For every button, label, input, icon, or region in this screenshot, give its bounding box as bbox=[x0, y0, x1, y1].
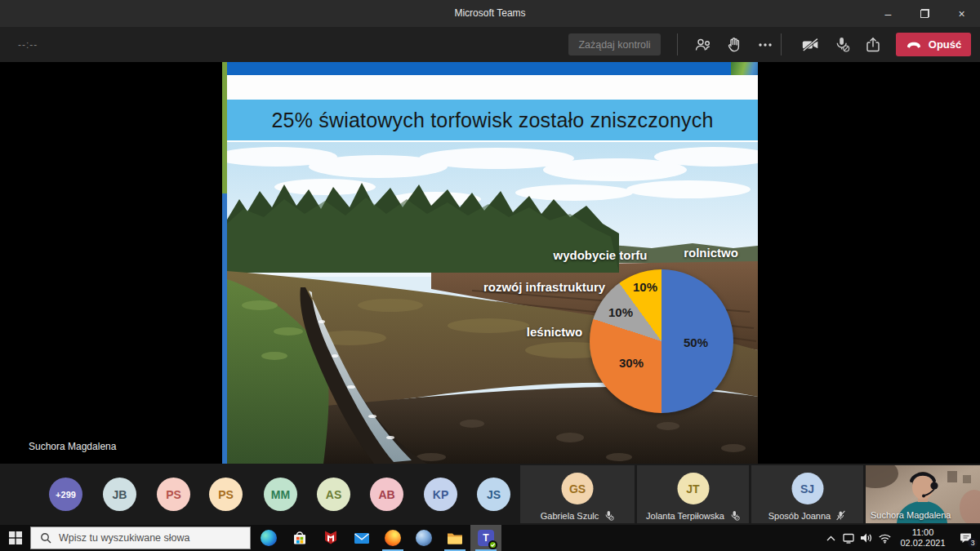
tray-time: 11:00 bbox=[893, 527, 952, 538]
taskbar-teams-button[interactable]: T bbox=[470, 525, 501, 551]
participant-avatar[interactable]: PS bbox=[157, 478, 190, 511]
taskbar-mcafee-button[interactable] bbox=[315, 525, 346, 551]
camera-toggle-button[interactable] bbox=[801, 35, 821, 55]
taskbar-file-explorer-button[interactable] bbox=[439, 525, 470, 551]
mic-muted-icon bbox=[604, 510, 614, 521]
pie-label-rozwoj-infrastruktury: rozwój infrastruktury bbox=[469, 280, 620, 294]
firefox-icon bbox=[385, 530, 401, 546]
participant-avatar[interactable]: KP bbox=[424, 478, 457, 511]
tray-speaker-icon[interactable] bbox=[858, 525, 875, 551]
mic-toggle-button[interactable] bbox=[832, 35, 852, 55]
avatar: SJ bbox=[791, 473, 823, 504]
participant-avatar[interactable]: AS bbox=[317, 478, 350, 511]
participant-avatar[interactable]: AB bbox=[370, 478, 403, 511]
search-icon bbox=[40, 532, 51, 544]
notification-count-badge: 3 bbox=[968, 538, 978, 548]
taskbar-clock[interactable]: 11:00 02.02.2021 bbox=[893, 527, 952, 549]
mail-icon bbox=[354, 531, 370, 544]
teams-meeting-window: Microsoft Teams – × --:-- Zażądaj kontro… bbox=[0, 0, 980, 551]
pie-value-rolnictwo: 50% bbox=[675, 335, 716, 349]
mcafee-shield-icon bbox=[323, 530, 339, 546]
participant-avatar[interactable]: JS bbox=[477, 478, 510, 511]
toolbar-divider bbox=[677, 33, 678, 56]
window-titlebar: Microsoft Teams – × bbox=[0, 0, 980, 27]
taskbar-edge-button[interactable] bbox=[253, 525, 284, 551]
hangup-phone-icon bbox=[906, 40, 922, 49]
microsoft-store-icon bbox=[292, 530, 308, 546]
restore-button[interactable] bbox=[906, 0, 943, 27]
taskbar-store-button[interactable] bbox=[284, 525, 315, 551]
participant-avatar[interactable]: JB bbox=[103, 478, 136, 511]
screen-share-stage: 25% światowych torfowisk zostało zniszcz… bbox=[0, 62, 980, 464]
pie-value-torf: 10% bbox=[625, 280, 666, 294]
share-screen-icon bbox=[864, 36, 882, 54]
edge-icon bbox=[261, 530, 277, 546]
participant-tile-jolanta-terpilowska[interactable]: JT Jolanta Terpiłowska bbox=[637, 465, 749, 523]
taskbar-apps: T bbox=[253, 525, 501, 551]
close-button[interactable]: × bbox=[943, 0, 980, 27]
meeting-toolbar: --:-- Zażądaj kontroli bbox=[0, 27, 980, 62]
peatland-photo: wydobycie torfu rolnictwo rozwój infrast… bbox=[227, 142, 758, 464]
tray-date: 02.02.2021 bbox=[893, 538, 952, 549]
window-title: Microsoft Teams bbox=[0, 7, 980, 19]
raised-hand-icon bbox=[725, 36, 743, 54]
leave-label: Opuść bbox=[929, 38, 961, 51]
windows-taskbar: T bbox=[0, 525, 980, 551]
presentation-slide: 25% światowych torfowisk zostało zniszcz… bbox=[222, 62, 758, 464]
slide-white-strip bbox=[227, 75, 758, 100]
presenter-name-label: Suchora Magdalena bbox=[29, 441, 116, 452]
pie-label-wydobycie-torfu: wydobycie torfu bbox=[531, 248, 670, 262]
video-tile-suchora-magdalena[interactable]: Suchora Magdalena bbox=[866, 465, 980, 523]
tray-chevron-up-icon[interactable] bbox=[822, 525, 840, 551]
start-button[interactable] bbox=[0, 525, 30, 551]
avatar: JT bbox=[677, 473, 709, 504]
camera-off-icon bbox=[801, 37, 821, 53]
share-screen-button[interactable] bbox=[863, 35, 883, 55]
taskbar-skype-button[interactable] bbox=[408, 525, 439, 551]
participant-name: Sposób Joanna bbox=[768, 511, 831, 521]
tray-wifi-icon[interactable] bbox=[875, 525, 893, 551]
taskbar-firefox-button[interactable] bbox=[377, 525, 408, 551]
mic-muted-icon bbox=[835, 510, 846, 521]
mic-off-icon bbox=[832, 36, 852, 54]
pie-label-rolnictwo: rolnictwo bbox=[672, 246, 750, 260]
pie-label-lesnictwo: leśnictwo bbox=[518, 325, 591, 339]
pie-value-infrastruktura: 10% bbox=[600, 305, 641, 319]
participant-avatar[interactable]: MM bbox=[264, 478, 297, 511]
participant-name: Gabriela Szulc bbox=[541, 511, 599, 521]
avatar: GS bbox=[562, 473, 594, 504]
toolbar-divider bbox=[781, 33, 782, 56]
more-options-icon bbox=[756, 36, 774, 54]
participant-tile-gabriela-szulc[interactable]: GS Gabriela Szulc bbox=[520, 465, 635, 523]
people-icon bbox=[694, 36, 712, 54]
tray-monitor-icon[interactable] bbox=[840, 525, 858, 551]
teams-icon: T bbox=[478, 530, 494, 546]
slide-top-bar bbox=[227, 62, 758, 75]
participants-strip: +299 JB PS PS MM AS AB KP JS GS Gabriela… bbox=[0, 464, 980, 525]
windows-logo-icon bbox=[9, 531, 22, 544]
participant-tile-sposob-joanna[interactable]: SJ Sposób Joanna bbox=[751, 465, 863, 523]
restore-icon bbox=[920, 9, 929, 18]
teams-presence-badge bbox=[488, 540, 497, 549]
window-controls: – × bbox=[870, 0, 980, 27]
search-input[interactable] bbox=[59, 532, 234, 544]
system-tray: 11:00 02.02.2021 3 bbox=[822, 525, 980, 551]
taskbar-search[interactable] bbox=[30, 527, 251, 549]
people-button[interactable] bbox=[693, 35, 713, 55]
raise-hand-button[interactable] bbox=[724, 35, 744, 55]
video-participant-name: Suchora Magdalena bbox=[871, 510, 951, 520]
more-options-button[interactable] bbox=[755, 35, 775, 55]
participant-avatar[interactable]: PS bbox=[209, 478, 243, 511]
mic-muted-icon bbox=[729, 510, 740, 521]
participant-name: Jolanta Terpiłowska bbox=[646, 511, 724, 521]
meeting-timer: --:-- bbox=[18, 39, 38, 51]
skype-icon bbox=[416, 530, 432, 546]
minimize-button[interactable]: – bbox=[870, 0, 906, 27]
folder-icon bbox=[447, 531, 463, 545]
leave-meeting-button[interactable]: Opuść bbox=[896, 33, 971, 56]
slide-title: 25% światowych torfowisk zostało zniszcz… bbox=[227, 100, 758, 140]
taskbar-mail-button[interactable] bbox=[346, 525, 377, 551]
request-control-button[interactable]: Zażądaj kontroli bbox=[568, 33, 661, 56]
action-center-button[interactable]: 3 bbox=[952, 525, 980, 551]
overflow-participants-badge[interactable]: +299 bbox=[49, 478, 82, 511]
